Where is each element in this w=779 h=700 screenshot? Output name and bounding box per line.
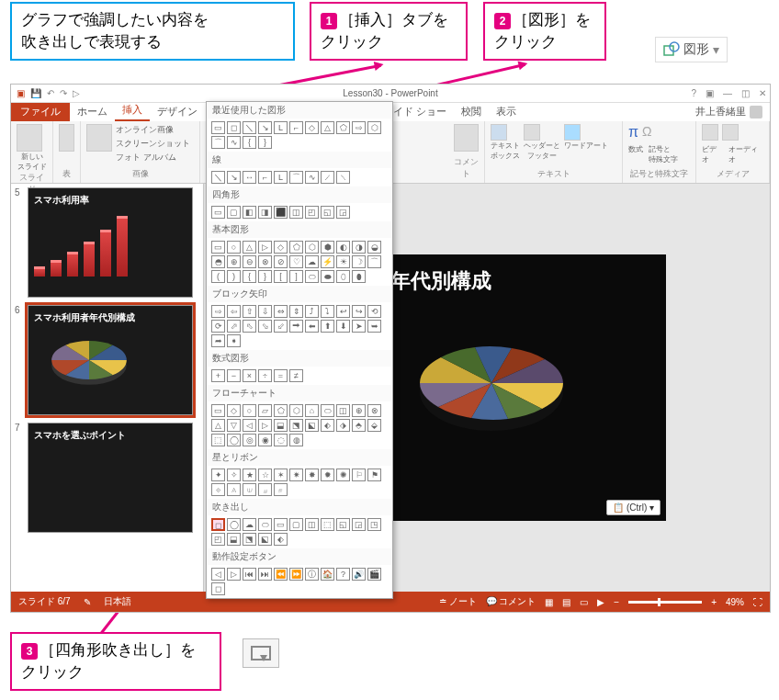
shape-item[interactable]: ◫ xyxy=(336,404,350,417)
user-account[interactable]: 井上香緒里 xyxy=(688,102,770,121)
shape-item[interactable]: △ xyxy=(211,419,225,432)
shape-item[interactable]: ⌐ xyxy=(258,171,272,184)
shape-item[interactable]: + xyxy=(211,369,225,382)
shape-item[interactable]: ⬮ xyxy=(352,270,366,283)
shape-rect-callout[interactable]: ◻ xyxy=(211,518,225,531)
shape-item[interactable]: ÷ xyxy=(258,369,272,382)
shape-item[interactable]: ⬘ xyxy=(352,419,366,432)
shape-item[interactable]: ⬭ xyxy=(321,404,334,417)
thumb-item-5[interactable]: 5 スマホ利用率 xyxy=(15,187,199,298)
shape-item[interactable]: ⬇ xyxy=(336,320,350,333)
shape-item[interactable]: ⚑ xyxy=(367,469,381,481)
table-icon[interactable] xyxy=(59,124,74,152)
shape-item[interactable]: ⬔ xyxy=(243,533,256,546)
shape-item[interactable]: ◱ xyxy=(336,518,350,531)
shape-item[interactable]: ⊕ xyxy=(352,404,366,417)
shape-item[interactable]: ⬓ xyxy=(227,533,241,546)
video-icon[interactable] xyxy=(702,124,718,141)
shape-item[interactable]: ♡ xyxy=(289,255,303,268)
shape-item[interactable]: ◯ xyxy=(227,434,241,446)
shape-item[interactable]: ✹ xyxy=(321,469,334,481)
shape-item[interactable]: ✺ xyxy=(336,469,350,481)
shape-item[interactable]: ◯ xyxy=(227,518,241,531)
shape-item[interactable]: ⟐ xyxy=(211,483,225,496)
shapes-button-zoom[interactable]: 図形 ▾ xyxy=(655,37,728,62)
shape-item[interactable]: ⬙ xyxy=(367,419,381,432)
shape-item[interactable]: × xyxy=(243,369,256,382)
shape-item[interactable]: ▭ xyxy=(211,241,225,254)
new-slide-icon[interactable] xyxy=(17,124,42,152)
shape-item[interactable]: ⬓ xyxy=(274,419,288,432)
shape-item[interactable]: ⬡ xyxy=(289,404,303,417)
shape-item[interactable]: ⬠ xyxy=(274,404,288,417)
shape-item[interactable]: ◒ xyxy=(367,241,381,254)
shape-item[interactable]: ☁ xyxy=(305,255,319,268)
shape-item[interactable]: ⬢ xyxy=(321,241,334,254)
shape-item[interactable]: ? xyxy=(336,568,350,581)
shape-item[interactable]: ✶ xyxy=(274,469,288,481)
view-slideshow-icon[interactable]: ▶ xyxy=(597,597,604,607)
thumb-item-7[interactable]: 7 スマホを選ぶポイント xyxy=(15,423,199,533)
tab-view[interactable]: 表示 xyxy=(489,102,524,121)
tab-file[interactable]: ファイル xyxy=(11,102,70,121)
shape-item[interactable]: ◁ xyxy=(211,568,225,581)
start-icon[interactable]: ▷ xyxy=(73,88,80,98)
shape-item[interactable]: = xyxy=(274,369,288,382)
shape-item[interactable]: { xyxy=(243,270,256,283)
shape-item[interactable]: ＼ xyxy=(243,121,256,134)
shape-item[interactable]: ◁ xyxy=(243,419,256,432)
wordart-icon[interactable] xyxy=(564,124,581,141)
shape-item[interactable]: ⬬ xyxy=(321,270,334,283)
shape-item[interactable]: ⟓ xyxy=(258,483,272,496)
shape-item[interactable]: ⬀ xyxy=(227,320,241,333)
fit-icon[interactable]: ⛶ xyxy=(753,597,762,607)
shape-item[interactable]: ▢ xyxy=(289,518,303,531)
zoom-in-icon[interactable]: + xyxy=(711,597,717,607)
shape-item[interactable]: ▷ xyxy=(227,568,241,581)
shape-item[interactable]: ◇ xyxy=(227,404,241,417)
shape-item[interactable]: { xyxy=(243,136,256,149)
shapes-dropdown[interactable]: 最近使用した図形 ▭◻＼↘L⌐◇△⬠⇨⬡⌒∿{} 線 ＼↘↔⌐L⌒∿⟋⟍ 四角形… xyxy=(206,101,393,599)
shape-item[interactable]: ◐ xyxy=(336,241,350,254)
shape-item[interactable]: ⟑ xyxy=(227,483,241,496)
shape-item[interactable]: ∿ xyxy=(305,171,319,184)
shape-item[interactable]: ⬅ xyxy=(305,320,319,333)
shape-item[interactable]: △ xyxy=(321,121,334,134)
save-icon[interactable]: 💾 xyxy=(30,88,41,98)
shape-item[interactable]: ⟔ xyxy=(274,483,288,496)
shape-item[interactable]: ✸ xyxy=(305,469,319,481)
shape-item[interactable]: ◑ xyxy=(352,241,366,254)
shape-item[interactable]: ⬕ xyxy=(305,419,319,432)
shape-item[interactable]: ⚐ xyxy=(352,469,366,481)
shape-item[interactable]: ⌐ xyxy=(289,121,303,134)
paste-options-badge[interactable]: 📋 (Ctrl) ▾ xyxy=(606,500,660,515)
shape-item[interactable]: ☁ xyxy=(243,518,256,531)
shape-item[interactable]: 🏠 xyxy=(321,568,334,581)
status-lang[interactable]: 日本語 xyxy=(104,595,131,608)
shape-item[interactable]: ⏮ xyxy=(243,568,256,581)
shape-item[interactable]: ➥ xyxy=(367,320,381,333)
shape-item[interactable]: ⇩ xyxy=(258,305,272,318)
shape-item[interactable]: ⌒ xyxy=(367,255,381,268)
shape-item[interactable]: ⟲ xyxy=(367,305,381,318)
shape-item[interactable]: ↪ xyxy=(352,305,366,318)
shape-item[interactable]: ◱ xyxy=(321,206,334,219)
shape-item[interactable]: ≠ xyxy=(289,369,303,382)
shape-item[interactable]: ⊕ xyxy=(227,255,241,268)
shape-item[interactable]: ⬃ xyxy=(274,320,288,333)
image-icon[interactable] xyxy=(86,124,112,152)
shape-item[interactable]: 🎬 xyxy=(367,568,381,581)
shape-item[interactable]: ▢ xyxy=(227,206,241,219)
audio-icon[interactable] xyxy=(722,124,739,141)
shape-item[interactable]: ⇨ xyxy=(211,305,225,318)
shape-item[interactable]: ✦ xyxy=(211,469,225,481)
shape-item[interactable]: △ xyxy=(243,241,256,254)
comment-icon[interactable] xyxy=(454,124,479,152)
shape-item[interactable]: ⊗ xyxy=(367,404,381,417)
shape-item[interactable]: } xyxy=(258,136,272,149)
notes-btn[interactable]: ≐ ノート xyxy=(439,595,477,608)
shape-item[interactable]: ◻ xyxy=(227,121,241,134)
equation-icon[interactable]: π xyxy=(628,124,638,141)
shape-item[interactable]: ⬭ xyxy=(305,270,319,283)
shape-item[interactable]: ⇔ xyxy=(274,305,288,318)
